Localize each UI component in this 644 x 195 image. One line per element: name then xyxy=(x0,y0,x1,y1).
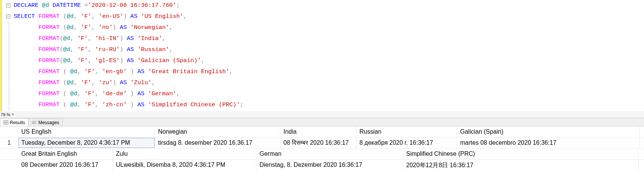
result-cell[interactable]: 2020年12月8日 16:36:17 xyxy=(403,160,639,171)
column-header[interactable]: Norwegian xyxy=(155,126,280,137)
results-header-row: Great Britain English Zulu German Simpli… xyxy=(0,149,644,160)
fold-line-icon xyxy=(9,77,9,88)
chevron-down-icon: ▼ xyxy=(11,113,14,116)
result-cell[interactable]: martes 08 decembro 2020 16:36:17 xyxy=(457,137,639,148)
column-header[interactable]: Zulu xyxy=(113,149,256,159)
result-cell[interactable]: 08 December 2020 16:36:17 xyxy=(18,160,113,171)
sql-editor-pane[interactable]: − − DECLARE @d DATETIME ='2020-12-08 16:… xyxy=(0,0,644,111)
row-number-header xyxy=(0,126,18,137)
fold-line-icon xyxy=(9,33,9,44)
zoom-dropdown[interactable]: 79 %▼ xyxy=(0,111,644,118)
table-row[interactable]: 1 Tuesday, December 8, 2020 4:36:17 PM t… xyxy=(0,137,644,149)
table-row[interactable]: 08 December 2020 16:36:17 ULwesibili, Di… xyxy=(0,160,644,171)
results-tab-strip: Results Messages xyxy=(0,118,644,126)
column-header[interactable]: Galician (Spain) xyxy=(457,126,639,137)
result-cell[interactable]: tirsdag 8. desember 2020 16.36.17 xyxy=(155,137,280,148)
fold-line-icon xyxy=(9,44,9,55)
fold-line-icon xyxy=(9,22,9,33)
tab-label: Results xyxy=(10,120,25,125)
result-cell[interactable]: Tuesday, December 8, 2020 4:36:17 PM xyxy=(18,137,155,148)
fold-line-icon xyxy=(9,55,9,66)
column-header[interactable]: German xyxy=(256,149,403,159)
fold-line-icon xyxy=(9,99,9,110)
row-number-header xyxy=(0,149,18,159)
line-gutter: − − xyxy=(2,0,14,111)
fold-line-icon xyxy=(9,66,9,77)
column-header[interactable]: US English xyxy=(18,126,155,137)
result-cell[interactable]: 8 декабря 2020 г. 16:36:17 xyxy=(356,137,457,148)
tab-messages[interactable]: Messages xyxy=(28,118,63,126)
column-header[interactable]: Great Britain English xyxy=(18,149,113,159)
zoom-value: 79 % xyxy=(1,112,10,117)
result-cell[interactable]: Dienstag, 8. Dezember 2020 16:36:17 xyxy=(256,160,403,171)
grid-icon xyxy=(3,120,8,125)
column-header[interactable]: India xyxy=(280,126,356,137)
row-number xyxy=(0,160,18,171)
result-cell[interactable]: 08 दिसम्बर 2020 16:36:17 xyxy=(280,137,356,148)
column-header[interactable]: Simplified Chinese (PRC) xyxy=(403,149,639,159)
messages-icon xyxy=(32,120,37,125)
result-cell[interactable]: ULwesibili, Disemba 8, 2020 4:36:17 PM xyxy=(113,160,256,171)
tab-results[interactable]: Results xyxy=(0,118,28,126)
tab-label: Messages xyxy=(38,120,59,125)
sql-code-text[interactable]: DECLARE @d DATETIME ='2020-12-08 16:36:1… xyxy=(14,0,644,111)
results-header-row: US English Norwegian India Russian Galic… xyxy=(0,126,644,137)
column-header[interactable]: Russian xyxy=(356,126,457,137)
fold-toggle-icon[interactable]: − xyxy=(6,14,10,19)
fold-line-icon xyxy=(9,88,9,99)
results-grid[interactable]: US English Norwegian India Russian Galic… xyxy=(0,126,644,171)
row-number: 1 xyxy=(0,137,18,148)
fold-toggle-icon[interactable]: − xyxy=(6,3,10,8)
